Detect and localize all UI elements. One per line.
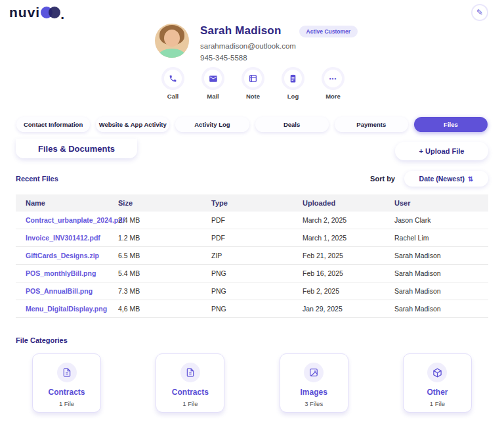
upload-file-button[interactable]: + Upload File <box>395 142 488 160</box>
sort-value: Date (Newest) <box>419 175 465 183</box>
tab-website-app-activity[interactable]: Website & App Activity <box>96 117 169 132</box>
file-link[interactable]: Contract_urbanplate_2024.pdf <box>26 216 118 224</box>
mail-icon <box>209 74 218 83</box>
table-row: POS_monthlyBill.png 5.4 MB PNG Feb 16, 2… <box>16 265 488 282</box>
page-title: Files & Documents <box>16 139 137 158</box>
category-card-images[interactable]: Images 3 Files <box>280 353 348 413</box>
status-badge: Active Customer <box>299 26 358 37</box>
logo-dot: . <box>60 9 64 20</box>
contact-tabs: Contact Information Website & App Activi… <box>16 117 488 132</box>
logo-text: nuvi <box>9 5 40 20</box>
edit-button[interactable]: ✎ <box>471 4 488 21</box>
file-link[interactable]: Invoice_INV301412.pdf <box>26 234 118 242</box>
category-card-contracts-1[interactable]: Contracts 1 File <box>32 353 101 413</box>
contact-name: Sarah Madison <box>200 24 282 37</box>
sort-by-label: Sort by <box>370 175 395 183</box>
table-header: Name Size Type Uploaded User <box>16 194 488 212</box>
recent-files-table: Name Size Type Uploaded User Contract_ur… <box>16 194 488 318</box>
tab-deals[interactable]: Deals <box>255 117 329 132</box>
nuvio-logo: nuvi . <box>9 5 64 20</box>
recent-files-title: Recent Files <box>16 175 58 183</box>
column-uploaded: Uploaded <box>303 199 394 207</box>
mail-button[interactable]: Mail <box>193 70 233 100</box>
note-button[interactable]: Note <box>233 70 273 100</box>
table-row: GiftCards_Designs.zip 6.5 MB ZIP Feb 21,… <box>16 247 488 265</box>
image-icon <box>304 363 324 382</box>
logo-double-circle-icon <box>41 7 60 18</box>
more-icon: ••• <box>329 76 337 81</box>
column-type: Type <box>211 199 303 207</box>
file-link[interactable]: GiftCards_Designs.zip <box>26 252 118 259</box>
document-icon <box>180 363 200 382</box>
column-name: Name <box>26 199 118 207</box>
quick-actions: Call Mail Note Log ••• More <box>0 70 504 100</box>
sort-dropdown[interactable]: Date (Newest) ⇅ <box>404 171 488 187</box>
file-link[interactable]: POS_AnnualBill.png <box>26 287 118 295</box>
log-icon <box>289 74 297 83</box>
more-button[interactable]: ••• More <box>313 70 353 100</box>
call-button[interactable]: Call <box>153 70 193 100</box>
cube-icon <box>427 363 447 382</box>
document-icon <box>57 363 77 382</box>
column-size: Size <box>118 199 211 207</box>
file-link[interactable]: Menu_DigitalDisplay.png <box>26 305 118 313</box>
pencil-icon: ✎ <box>476 8 483 17</box>
category-card-contracts-2[interactable]: Contracts 1 File <box>156 353 224 413</box>
table-row: POS_AnnualBill.png 7.3 MB PNG Feb 2, 202… <box>16 282 488 300</box>
category-card-other[interactable]: Other 1 File <box>403 353 472 413</box>
contact-phone: 945-345-5588 <box>200 54 358 62</box>
sort-arrows-icon: ⇅ <box>468 175 473 183</box>
tab-contact-information[interactable]: Contact Information <box>16 117 90 132</box>
table-row: Contract_urbanplate_2024.pdf 2.4 MB PDF … <box>16 212 488 229</box>
file-link[interactable]: POS_monthlyBill.png <box>26 269 118 277</box>
contact-profile: Sarah Madison Active Customer sarahmadis… <box>0 24 504 62</box>
file-categories: Contracts 1 File Contracts 1 File Images… <box>32 353 472 413</box>
top-bar: nuvi . ✎ <box>0 0 504 26</box>
tab-activity-log[interactable]: Activity Log <box>175 117 249 132</box>
contact-email: sarahmadison@outlook.com <box>200 42 358 50</box>
tab-payments[interactable]: Payments <box>335 117 408 132</box>
tab-files[interactable]: Files <box>414 117 488 132</box>
table-row: Menu_DigitalDisplay.png 4,6 MB PNG Jan 2… <box>16 300 488 318</box>
file-categories-title: File Categories <box>16 336 488 344</box>
avatar <box>155 24 189 58</box>
table-row: Invoice_INV301412.pdf 1.2 MB PDF March 1… <box>16 229 488 247</box>
log-button[interactable]: Log <box>273 70 313 100</box>
column-user: User <box>394 199 488 207</box>
note-icon <box>249 74 257 83</box>
phone-icon <box>169 74 177 83</box>
